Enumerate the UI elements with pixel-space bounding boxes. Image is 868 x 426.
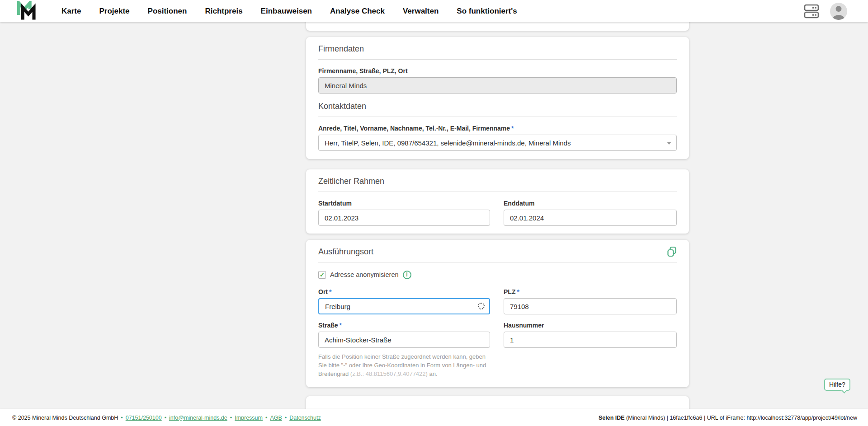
help-button[interactable]: Hilfe? xyxy=(824,379,850,391)
required-marker: * xyxy=(340,322,342,329)
hint-line3-prefix: Breitengrad xyxy=(318,370,350,377)
footer-link-phone[interactable]: 07151/250100 xyxy=(126,415,162,421)
anonymize-checkbox[interactable]: ✓ xyxy=(318,271,326,279)
zeitlicher-rahmen-heading: Zeitlicher Rahmen xyxy=(318,177,677,186)
mineral-minds-logo[interactable] xyxy=(17,1,38,22)
footer-status: Selen IDE (Mineral Minds) | 16fae1ffc6a6… xyxy=(599,415,857,421)
kontaktdaten-heading: Kontaktdaten xyxy=(318,102,677,111)
strasse-label-text: Straße xyxy=(318,322,338,329)
info-icon[interactable]: i xyxy=(403,271,411,279)
nav-item-richtpreis[interactable]: Richtpreis xyxy=(205,7,242,16)
ort-label-text: Ort xyxy=(318,288,328,295)
nav-item-analyse-check[interactable]: Analyse Check xyxy=(330,7,385,16)
ort-label: Ort* xyxy=(318,288,490,296)
required-marker: * xyxy=(511,125,514,132)
logo-icon xyxy=(17,1,38,22)
separator-dot: • xyxy=(230,415,232,421)
section-divider xyxy=(318,192,677,192)
ort-input[interactable] xyxy=(318,298,490,314)
nav-item-einbauweisen[interactable]: Einbauweisen xyxy=(261,7,312,16)
section-divider xyxy=(318,117,677,117)
hint-line2: Sie bitte "-" oder Ihre Geo-Koordinaten … xyxy=(318,362,486,369)
hausnummer-label: Hausnummer xyxy=(504,322,677,329)
enddatum-input[interactable] xyxy=(504,210,677,226)
help-bubble-tail xyxy=(841,388,847,393)
footer-link-agb[interactable]: AGB xyxy=(270,415,282,421)
status-details: (Mineral Minds) | 16fae1ffc6a6 | URL of … xyxy=(625,415,857,421)
enddatum-label: Enddatum xyxy=(504,200,677,207)
loading-spinner-icon xyxy=(478,303,485,309)
help-button-label: Hilfe? xyxy=(829,381,845,388)
top-navbar: Karte Projekte Positionen Richtpreis Ein… xyxy=(0,0,868,22)
status-ide-name: Selen IDE xyxy=(599,415,625,421)
footer-bar: © 2025 Mineral Minds Deutschland GmbH • … xyxy=(0,409,868,426)
plz-input[interactable] xyxy=(504,298,677,314)
startdatum-label: Startdatum xyxy=(318,200,490,207)
separator-dot: • xyxy=(165,415,166,421)
copy-icon[interactable] xyxy=(667,246,677,257)
strasse-input[interactable] xyxy=(318,332,490,348)
footer-legal: © 2025 Mineral Minds Deutschland GmbH • … xyxy=(12,415,321,421)
required-marker: * xyxy=(517,288,519,295)
kontakt-select[interactable]: Herr, TitelP, Selen, IDE, 0987/654321, s… xyxy=(318,135,677,151)
plz-label-text: PLZ xyxy=(504,288,515,295)
firmendaten-heading: Firmendaten xyxy=(318,44,677,54)
hint-line3-suffix: an. xyxy=(428,370,438,377)
strasse-label: Straße* xyxy=(318,322,490,329)
avatar-body xyxy=(833,15,844,20)
section-divider xyxy=(318,59,677,60)
firmenname-label: Firmenname, Straße, PLZ, Ort xyxy=(318,67,677,75)
checkmark-icon: ✓ xyxy=(320,272,325,278)
nav-item-projekte[interactable]: Projekte xyxy=(99,7,129,16)
firmenname-label-text: Firmenname, Straße, PLZ, Ort xyxy=(318,67,408,75)
timeframe-card: Zeitlicher Rahmen Startdatum Enddatum xyxy=(306,169,689,234)
kontakt-label-text: Anrede, Titel, Vorname, Nachname, Tel.-N… xyxy=(318,125,510,132)
server-stack-icon[interactable] xyxy=(804,4,819,19)
hausnummer-input[interactable] xyxy=(504,332,677,348)
hint-coordinates-example: (z.B.: 48.8115607,9.4077422) xyxy=(350,370,428,377)
startdatum-input[interactable] xyxy=(318,210,490,226)
footer-link-email[interactable]: info@mineral-minds.de xyxy=(169,415,227,421)
nav-item-so-funktionierts[interactable]: So funktioniert's xyxy=(457,7,517,16)
avatar-head xyxy=(836,6,842,12)
copyright-text: © 2025 Mineral Minds Deutschland GmbH xyxy=(12,415,118,421)
user-avatar-icon[interactable] xyxy=(830,3,847,20)
info-glyph: i xyxy=(406,272,407,278)
company-data-card: Firmendaten Firmenname, Straße, PLZ, Ort… xyxy=(306,37,689,159)
required-marker: * xyxy=(329,288,331,295)
execution-location-card: Ausführungsort ✓ Adresse anonymisieren i xyxy=(306,240,689,387)
street-hint-text: Falls die Position keiner Straße zugeord… xyxy=(318,352,491,378)
nav-item-verwalten[interactable]: Verwalten xyxy=(403,7,439,16)
footer-link-impressum[interactable]: Impressum xyxy=(235,415,263,421)
separator-dot: • xyxy=(121,415,123,421)
plz-label: PLZ* xyxy=(504,288,677,296)
hint-line1: Falls die Position keiner Straße zugeord… xyxy=(318,353,486,360)
nav-item-positionen[interactable]: Positionen xyxy=(148,7,187,16)
nav-item-karte[interactable]: Karte xyxy=(61,7,81,16)
footer-link-datenschutz[interactable]: Datenschutz xyxy=(289,415,321,421)
section-divider xyxy=(318,262,677,262)
anonymize-label: Adresse anonymisieren xyxy=(330,271,399,278)
kontakt-label: Anrede, Titel, Vorname, Nachname, Tel.-N… xyxy=(318,125,677,132)
main-navigation: Karte Projekte Positionen Richtpreis Ein… xyxy=(61,7,517,16)
ausfuehrungsort-heading: Ausführungsort xyxy=(318,247,373,257)
separator-dot: • xyxy=(285,415,287,421)
firmenname-input[interactable] xyxy=(318,77,677,94)
separator-dot: • xyxy=(265,415,267,421)
